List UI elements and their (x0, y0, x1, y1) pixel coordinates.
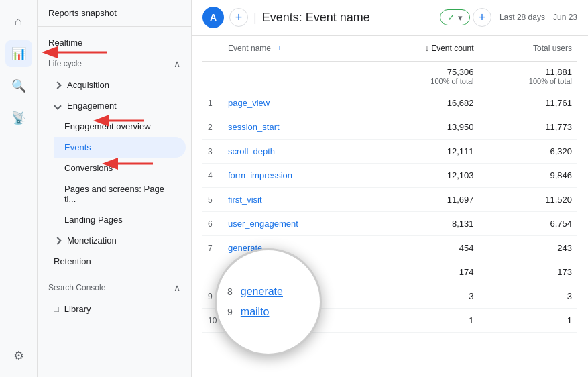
main-header: A + | Events: Event name ✓ ▾ + Last 28 d… (192, 0, 588, 36)
event-count-cell: 12,111 (371, 140, 479, 164)
row-num: 2 (202, 115, 223, 140)
sidebar-item-events[interactable]: Events (54, 137, 186, 158)
engagement-sub-nav: Engagement overview Events Conversions P… (43, 116, 191, 230)
settings-icon[interactable]: ⚙ (5, 342, 32, 369)
sidebar-header: Reports snapshot (38, 0, 191, 27)
total-users-header: Total users (533, 44, 572, 53)
event-count-cell: 174 (371, 260, 479, 284)
event-link[interactable]: form_impression (228, 170, 292, 180)
event-cell: scroll_depth (223, 140, 371, 164)
col-total-users: Total users (479, 36, 577, 62)
users-cell: 11,773 (479, 115, 577, 140)
advertising-icon[interactable]: 📡 (5, 105, 32, 131)
table-row: 2 session_start 13,950 11,773 (202, 115, 577, 140)
reports-snapshot-label: Reports snapshot (48, 8, 117, 18)
retention-section: Retention (38, 251, 191, 272)
users-cell: 243 (479, 236, 577, 260)
sidebar-item-landing-pages[interactable]: Landing Pages (54, 209, 186, 230)
event-count-cell: 1 (371, 309, 479, 333)
event-cell: form_impression (223, 164, 371, 188)
event-cell: session_start (223, 115, 371, 140)
event-link[interactable]: page_view (228, 98, 270, 108)
total-event-count-val: 75,306 (376, 67, 474, 77)
sidebar-item-pages-screens[interactable]: Pages and screens: Page ti... (54, 178, 186, 209)
users-cell: 173 (479, 260, 577, 284)
event-count-cell: 16,682 (371, 91, 479, 115)
col-event-count[interactable]: ↓ Event count (371, 36, 479, 62)
users-cell: 6,754 (479, 212, 577, 236)
monetization-label: Monetization (67, 235, 117, 246)
event-link[interactable]: session_start (228, 122, 280, 132)
add-column-button[interactable]: + (277, 44, 282, 53)
sidebar-item-monetization[interactable]: Monetization (43, 230, 186, 251)
table-row: 1 page_view 16,682 11,761 (202, 91, 577, 115)
monetization-section: Monetization (38, 230, 191, 251)
event-link[interactable]: first_visit (228, 195, 262, 205)
event-cell: page_view (223, 91, 371, 115)
monetization-expand-icon (54, 237, 61, 244)
lifecycle-label: Life cycle (48, 59, 82, 68)
nav-section: Realtime Life cycle ∧ Acquisition Engage… (38, 27, 191, 277)
users-cell: 11,520 (479, 188, 577, 212)
total-users-val: 11,881 (485, 67, 572, 77)
sidebar-item-retention[interactable]: Retention (43, 251, 186, 272)
lifecycle-section-header[interactable]: Life cycle ∧ (38, 53, 191, 74)
users-cell: 6,320 (479, 140, 577, 164)
status-badge[interactable]: ✓ ▾ (440, 9, 470, 25)
user-avatar[interactable]: A (202, 7, 224, 28)
row-num: 3 (202, 140, 223, 164)
magnify-row-9-num: 9 (227, 307, 233, 317)
event-count-cell: 8,131 (371, 212, 479, 236)
magnify-row-8: 8 generate (217, 282, 320, 302)
row-num: 1 (202, 91, 223, 115)
col-event-name[interactable]: Event name + (223, 36, 371, 62)
totals-users: 11,881 100% of total (479, 62, 577, 91)
explore-icon[interactable]: 🔍 (5, 72, 32, 99)
realtime-label: Realtime (48, 38, 82, 48)
table-row: 4 form_impression 12,103 9,846 (202, 164, 577, 188)
icon-bar: ⌂ 📊 🔍 📡 ⚙ (0, 0, 38, 377)
engagement-expand-icon (54, 102, 61, 109)
users-cell: 9,846 (479, 164, 577, 188)
landing-pages-label: Landing Pages (64, 215, 123, 225)
row-num: 6 (202, 212, 223, 236)
event-cell: first_visit (223, 188, 371, 212)
dropdown-icon: ▾ (458, 13, 463, 23)
acquisition-label: Acquisition (67, 80, 109, 90)
sidebar-item-engagement[interactable]: Engagement (43, 95, 186, 116)
event-count-cell: 12,103 (371, 164, 479, 188)
event-link[interactable]: user_engagement (228, 219, 298, 229)
retention-label: Retention (54, 256, 91, 266)
event-name-header: Event name (228, 44, 271, 53)
search-console-label: Search Console (48, 283, 105, 292)
reports-icon[interactable]: 📊 (5, 40, 32, 67)
date-range: Last 28 days (499, 13, 545, 22)
search-console-header[interactable]: Search Console ∧ (38, 277, 191, 299)
table-row: 6 user_engagement 8,131 6,754 (202, 212, 577, 236)
sidebar-item-acquisition[interactable]: Acquisition (43, 74, 186, 95)
add-metric-button[interactable]: + (473, 8, 491, 27)
home-icon[interactable]: ⌂ (5, 8, 32, 35)
magnify-overlay: 8 generate 9 mailto (215, 248, 322, 356)
magnify-event-generate[interactable]: generate (241, 286, 283, 298)
users-cell: 11,761 (479, 91, 577, 115)
event-count-cell: 3 (371, 284, 479, 309)
event-link[interactable]: scroll_depth (228, 146, 275, 156)
library-icon: □ (54, 304, 59, 314)
date-start: Jun 23 (553, 13, 577, 22)
totals-event-count: 75,306 100% of total (371, 62, 479, 91)
sidebar-item-engagement-overview[interactable]: Engagement overview (54, 116, 186, 137)
magnify-row-9: 9 mailto (217, 302, 320, 322)
library-section: □ Library (38, 299, 191, 319)
add-comparison-button[interactable]: + (229, 8, 248, 27)
sidebar-item-library[interactable]: □ Library (43, 299, 186, 319)
magnify-event-mailto[interactable]: mailto (241, 306, 270, 318)
acquisition-expand-icon (54, 81, 61, 89)
magnify-row-8-num: 8 (227, 286, 233, 297)
event-count-header: ↓ Event count (425, 44, 474, 53)
sidebar-item-realtime[interactable]: Realtime (38, 32, 186, 53)
event-count-cell: 13,950 (371, 115, 479, 140)
total-event-count-pct: 100% of total (376, 77, 474, 85)
sidebar-item-conversions[interactable]: Conversions (54, 158, 186, 178)
event-cell: user_engagement (223, 212, 371, 236)
